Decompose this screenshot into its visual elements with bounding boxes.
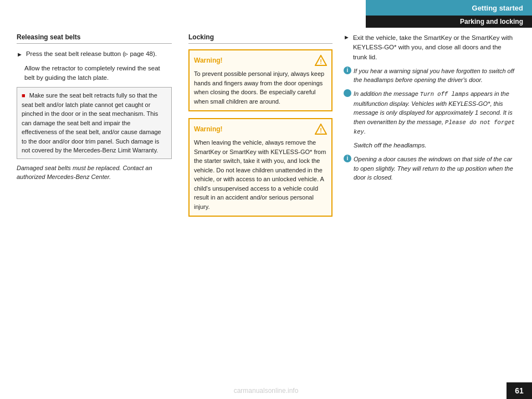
code-please-do-not: Please do not forget key [354, 119, 515, 136]
right-bullet-1: ► Exit the vehicle, take the SmartKey or… [344, 33, 515, 62]
right-column: ► Exit the vehicle, take the SmartKey or… [338, 33, 515, 380]
info-block-2: In addition the message Turn off lamps a… [344, 89, 515, 137]
middle-section-title: Locking [188, 33, 332, 44]
left-bullet-1-text: Press the seat belt release button (▹ pa… [26, 49, 157, 59]
warning-text-1: To prevent possible personal injury, alw… [194, 69, 327, 106]
warning-title-1: Warning! [194, 57, 223, 64]
svg-text:!: ! [320, 58, 322, 65]
svg-text:!: ! [320, 127, 322, 134]
left-section-title: Releasing seat belts [17, 33, 172, 44]
left-para-1: Allow the retractor to completely rewind… [24, 64, 172, 83]
right-bullet-1-text: Exit the vehicle, take the SmartKey or t… [353, 33, 515, 62]
info-text-1: If you hear a warning signal you have fo… [354, 66, 515, 85]
right-bullet-arrow-icon: ► [344, 34, 350, 62]
bullet-arrow-icon: ► [17, 50, 23, 59]
content-area: Releasing seat belts ► Press the seat be… [0, 33, 532, 380]
left-italic-para: Damaged seat belts must be replaced. Con… [17, 163, 172, 182]
switch-off-text: Switch off the headlamps. [354, 141, 515, 149]
warning-title-2: Warning! [194, 125, 223, 133]
left-column: Releasing seat belts ► Press the seat be… [17, 33, 183, 380]
warning-box-2: Warning! ! When leaving the vehicle, alw… [188, 118, 332, 217]
warning-text-2: When leaving the vehicle, always remove … [194, 138, 327, 211]
warning-triangle-icon-1: ! [315, 55, 327, 66]
caution-text: Make sure the seat belt retracts fully s… [22, 92, 161, 154]
caution-box: ■ Make sure the seat belt retracts fully… [17, 87, 172, 159]
info-block-4: i Opening a door causes the windows on t… [344, 155, 515, 182]
info-icon-4: i [344, 155, 351, 162]
caution-icon: ■ [22, 92, 25, 99]
info-icon-2 [344, 89, 351, 97]
warning-header-1: Warning! ! [194, 55, 327, 66]
watermark: carmanualsonline.info [0, 387, 532, 395]
middle-column: Locking Warning! ! To prevent possible p… [183, 33, 338, 380]
section-header: Getting started [366, 0, 532, 16]
header-bar: Getting started Parking and locking [0, 0, 532, 17]
info-text-4: Opening a door causes the windows on tha… [354, 155, 515, 182]
section-title-text: Getting started [472, 4, 523, 12]
warning-triangle-icon-2: ! [315, 124, 327, 135]
warning-box-1: Warning! ! To prevent possible personal … [188, 49, 332, 111]
subsection-title-text: Parking and locking [460, 18, 523, 25]
left-bullet-1: ► Press the seat belt release button (▹ … [17, 49, 172, 59]
switch-off-label: Switch off the headlamps. [354, 142, 427, 149]
subsection-header: Parking and locking [366, 16, 532, 28]
warning-header-2: Warning! ! [194, 124, 327, 135]
info-block-1: i If you hear a warning signal you have … [344, 66, 515, 85]
info-icon-1: i [344, 66, 351, 74]
info-text-2: In addition the message Turn off lamps a… [354, 89, 515, 137]
code-turn-off-lamps: Turn off lamps [420, 91, 469, 98]
